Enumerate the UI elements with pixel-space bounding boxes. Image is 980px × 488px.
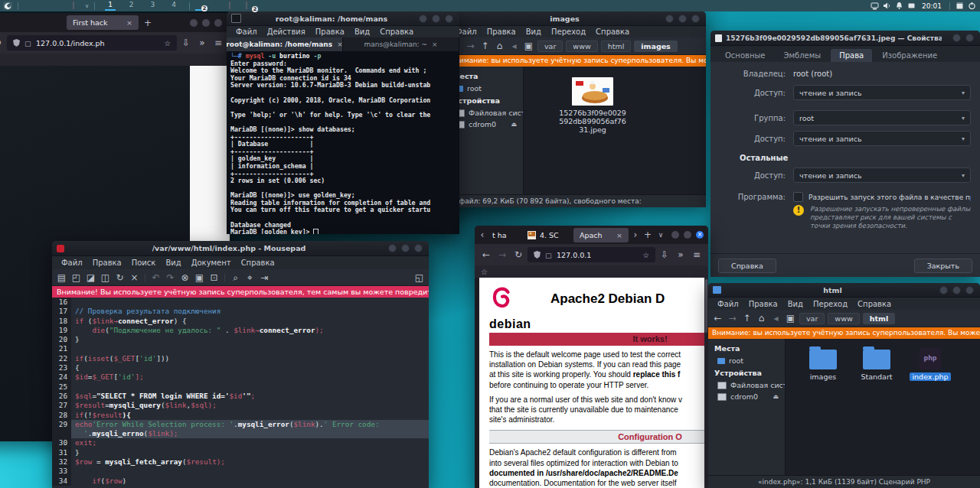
shield-icon[interactable] [534, 251, 541, 259]
menu-item[interactable]: Файл [57, 259, 87, 267]
copy-icon[interactable]: ▣ [193, 272, 206, 283]
downloads-icon[interactable]: ⇩ [658, 249, 671, 260]
url-bar[interactable]: ▢ 127.0.0.1 ☆ [528, 247, 655, 262]
notifications-bell-icon[interactable] [895, 2, 904, 10]
terminal-tab-mans[interactable]: mans@kaliman: ~ × [343, 37, 459, 51]
terminal-launcher[interactable] [73, 2, 82, 10]
menu-item[interactable]: Вид [350, 28, 374, 36]
new-tab-button[interactable]: + [141, 18, 155, 28]
downloads-icon[interactable]: ⇩ [179, 37, 193, 48]
menu-icon[interactable]: ≡ [690, 249, 704, 260]
minimize-button[interactable] [939, 286, 948, 294]
tab-permissions[interactable]: Права [831, 49, 872, 62]
menu-item[interactable]: Правка [311, 28, 349, 36]
new-file-icon[interactable]: ▤ [55, 272, 68, 283]
file-item-index-php[interactable]: php index.php [906, 348, 954, 381]
breadcrumb-images[interactable]: images [634, 41, 677, 52]
tab-basic[interactable]: Основные [717, 49, 774, 62]
close-button[interactable] [691, 15, 700, 23]
file-item-jpeg[interactable]: 15276b3f09e0029 592db899056af76 31.jpeg [556, 77, 629, 134]
mousepad-launcher[interactable] [48, 2, 57, 10]
minimize-button[interactable] [190, 19, 198, 27]
titlebar[interactable]: root@kaliman: /home/mans [227, 11, 459, 26]
menu-item[interactable]: Вид [161, 259, 185, 267]
maximize-button[interactable] [684, 231, 691, 239]
menu-item[interactable]: Поиск [127, 259, 161, 267]
close-button[interactable] [214, 19, 222, 27]
menu-item[interactable]: Справка [591, 28, 634, 36]
maximize-button[interactable] [678, 15, 687, 23]
close-file-icon[interactable]: × [128, 272, 141, 283]
file-item-standart[interactable]: Standart [853, 350, 900, 381]
menu-item[interactable]: Переход [547, 28, 590, 36]
overflow-icon[interactable]: » [674, 249, 688, 260]
minimize-button[interactable] [419, 15, 427, 23]
file-item-images[interactable]: images [799, 350, 847, 381]
save-icon[interactable]: ◪ [84, 272, 97, 283]
terminal-output[interactable]: └─# mysql -u buratino -pEnter password: … [227, 51, 459, 234]
close-tab-icon[interactable]: × [432, 41, 438, 48]
titlebar[interactable]: images [446, 11, 706, 26]
forward-icon[interactable]: → [464, 41, 477, 51]
titlebar[interactable]: html [708, 283, 980, 298]
tab-emblems[interactable]: Эмблемы [776, 49, 830, 62]
titlebar[interactable]: 15276b3f09e0029592db899056af7631.jpeg — … [710, 31, 980, 46]
sidebar-item-filesystem[interactable]: Файловая сист… [708, 379, 785, 391]
menu-item[interactable]: Справка [237, 259, 279, 267]
taskbar-item-fileman[interactable] [229, 2, 238, 10]
minimize-button[interactable] [671, 231, 679, 239]
allow-execute-checkbox[interactable] [793, 192, 803, 202]
maximize-button[interactable] [432, 15, 440, 23]
url-bar[interactable]: ▢ 127.0.0.1/index.ph ☆ [7, 35, 177, 50]
forward-icon[interactable]: → [726, 313, 739, 324]
menu-item[interactable]: Правка [744, 300, 782, 308]
menu-item[interactable]: Вид [521, 28, 546, 36]
tab-first-hack-partial[interactable]: t ha [489, 228, 521, 242]
close-button[interactable] [965, 286, 974, 294]
volume-icon[interactable] [883, 2, 892, 10]
clock[interactable]: 20:01 [922, 2, 942, 10]
terminal-tab-root[interactable]: root@kaliman: /home/mans × [227, 37, 343, 51]
go-to-line-icon[interactable]: ⇥ [258, 272, 271, 283]
power-icon[interactable] [968, 2, 977, 10]
taskbar-item-mousepad[interactable]: 2 [195, 1, 204, 11]
menu-item[interactable]: Вид [783, 300, 808, 308]
text-files-launcher[interactable] [36, 2, 45, 10]
forward-icon[interactable]: → [495, 249, 509, 260]
menu-item[interactable]: Правка [88, 259, 126, 267]
open-file-icon[interactable]: ◰ [70, 272, 83, 283]
breadcrumb-html[interactable]: html [601, 41, 632, 52]
tab-first-hack[interactable]: First hack × [67, 15, 139, 30]
eject-icon[interactable]: ⏏ [773, 393, 780, 400]
firefox-launcher[interactable] [60, 2, 70, 10]
minimize-button[interactable] [952, 34, 961, 42]
close-tab-icon[interactable]: × [126, 18, 132, 27]
prev-icon[interactable]: ◂ [508, 41, 521, 51]
close-button[interactable] [965, 34, 974, 42]
breadcrumb-www[interactable]: www [566, 41, 597, 52]
scrollbar-thumb[interactable] [705, 279, 707, 333]
taskbar-item-firefox[interactable] [212, 2, 221, 10]
prev-icon[interactable]: ◂ [769, 313, 782, 324]
breadcrumb-var[interactable]: var [537, 41, 563, 52]
package-updates-icon[interactable] [956, 2, 965, 10]
eject-icon[interactable]: ⏏ [511, 121, 518, 128]
cut-icon[interactable]: ⊗ [178, 272, 191, 283]
menu-item[interactable]: 4 [168, 1, 179, 11]
redo-icon[interactable]: ↷ [164, 272, 177, 283]
menu-item[interactable]: Файл [231, 28, 262, 36]
taskbar-item-terminal[interactable]: 2 [246, 2, 255, 10]
fullscreen-icon[interactable]: ◱ [413, 272, 426, 283]
shield-icon[interactable] [13, 39, 20, 47]
tab-image[interactable]: 4. SC [524, 228, 571, 242]
maximize-button[interactable] [401, 244, 410, 252]
applications-menu-button[interactable] [3, 2, 12, 10]
close-tab-icon[interactable]: × [616, 231, 622, 239]
paste-icon[interactable]: ⊡ [207, 272, 220, 283]
menu-item[interactable]: 3 [148, 1, 158, 11]
breadcrumb-var[interactable]: var [799, 313, 825, 324]
undo-icon[interactable]: ↶ [149, 272, 162, 283]
menu-icon[interactable]: ≡ [211, 37, 225, 48]
menu-item[interactable]: Правка [482, 28, 521, 36]
close-dialog-button[interactable]: Закрыть [914, 259, 972, 273]
